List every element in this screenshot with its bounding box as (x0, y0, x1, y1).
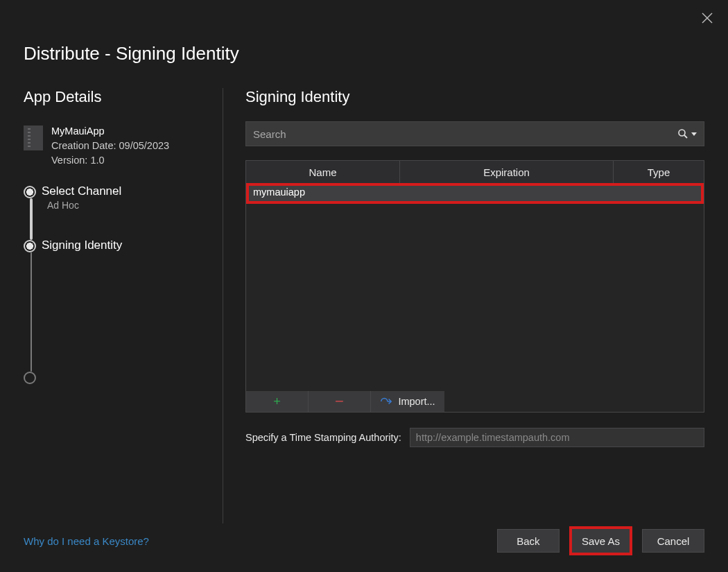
step-title: Select Channel (42, 184, 216, 198)
app-info-lines: MyMauiApp Creation Date: 09/05/2023 Vers… (51, 124, 169, 168)
search-input[interactable] (246, 122, 670, 146)
column-name[interactable]: Name (246, 161, 400, 183)
app-creation-date: Creation Date: 09/05/2023 (51, 139, 169, 153)
column-type[interactable]: Type (614, 161, 704, 183)
right-panel: Signing Identity Name Expiration Type (245, 88, 704, 523)
table-body: mymauiapp (246, 183, 704, 391)
save-as-button[interactable]: Save As (569, 526, 632, 555)
search-icon (677, 128, 688, 139)
tsa-row: Specify a Time Stamping Authority: (245, 428, 704, 447)
identities-table: Name Expiration Type mymauiapp + − (245, 160, 704, 413)
app-name: MyMauiApp (51, 124, 169, 139)
tsa-label: Specify a Time Stamping Authority: (245, 432, 401, 443)
import-button[interactable]: Import... (371, 391, 444, 412)
table-toolbar: + − Import... (246, 391, 444, 412)
step-dot-icon (24, 186, 36, 198)
svg-point-2 (679, 130, 685, 136)
cancel-button[interactable]: Cancel (642, 529, 704, 553)
back-button[interactable]: Back (497, 529, 560, 553)
package-icon (24, 125, 43, 150)
step-title: Signing Identity (42, 239, 216, 252)
keystore-help-link[interactable]: Why do I need a Keystore? (24, 535, 149, 547)
step-subtitle: Ad Hoc (42, 200, 216, 211)
add-button[interactable]: + (246, 391, 309, 412)
step-dot-icon (24, 240, 36, 252)
chevron-down-icon (691, 132, 697, 136)
dialog-window: Distribute - Signing Identity App Detail… (0, 0, 728, 572)
step-dot-icon (24, 372, 36, 384)
step-select-channel[interactable]: Select Channel Ad Hoc (42, 184, 216, 239)
left-panel: App Details MyMauiApp Creation Date: 09/… (24, 88, 223, 523)
cell-name: mymauiapp (253, 187, 305, 198)
app-info: MyMauiApp Creation Date: 09/05/2023 Vers… (24, 124, 216, 168)
step-connector (30, 198, 33, 240)
dialog-footer: Why do I need a Keystore? Back Save As C… (0, 530, 728, 572)
wizard-steps: Select Channel Ad Hoc Signing Identity (24, 184, 216, 370)
search-dropdown-button[interactable] (670, 128, 704, 139)
dialog-title: Distribute - Signing Identity (0, 0, 728, 64)
remove-button[interactable]: − (309, 391, 371, 412)
column-expiration[interactable]: Expiration (400, 161, 614, 183)
plus-icon: + (273, 395, 281, 409)
search-box[interactable] (245, 121, 704, 146)
import-arrow-icon (380, 397, 392, 406)
app-version: Version: 1.0 (51, 153, 169, 168)
close-icon (702, 12, 713, 24)
svg-line-3 (684, 135, 687, 138)
dialog-body: App Details MyMauiApp Creation Date: 09/… (0, 64, 728, 530)
tsa-input[interactable] (410, 428, 704, 447)
right-heading: Signing Identity (245, 88, 704, 106)
table-header: Name Expiration Type (246, 161, 704, 183)
import-label: Import... (398, 396, 435, 407)
left-heading: App Details (24, 88, 216, 106)
minus-icon: − (335, 392, 344, 410)
step-signing-identity[interactable]: Signing Identity (42, 239, 216, 370)
table-row[interactable]: mymauiapp (246, 183, 704, 201)
close-button[interactable] (699, 10, 716, 26)
step-connector (31, 252, 32, 372)
